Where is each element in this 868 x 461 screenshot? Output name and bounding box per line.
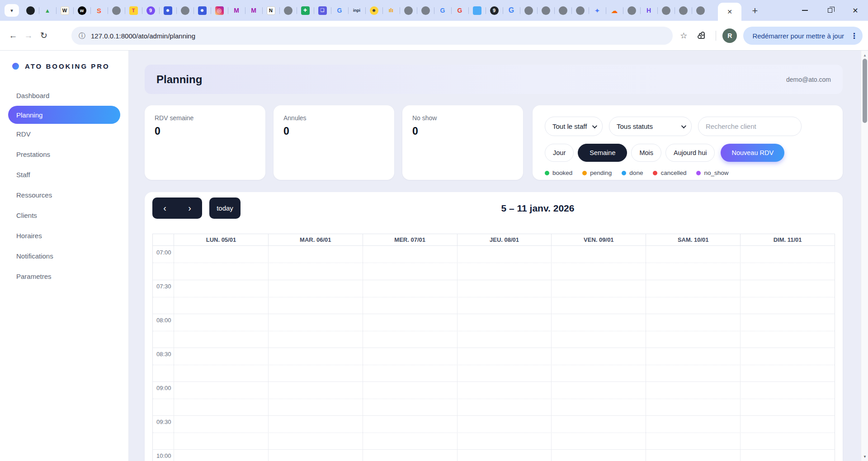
sidebar-item-dashboard[interactable]: Dashboard bbox=[0, 85, 128, 106]
pinned-tab[interactable]: ✚ bbox=[297, 0, 314, 21]
pinned-tab[interactable]: ▲ bbox=[39, 0, 56, 21]
sidebar-item-parametres[interactable]: Parametres bbox=[0, 266, 128, 287]
pinned-tab[interactable]: ☻ bbox=[193, 0, 211, 21]
stat-card: RDV semaine 0 bbox=[145, 105, 265, 180]
pinned-tab[interactable]: M bbox=[245, 0, 262, 21]
sidebar-item-rdv[interactable]: RDV bbox=[0, 124, 128, 144]
day-column[interactable] bbox=[646, 246, 740, 461]
pinned-tab[interactable]: w bbox=[73, 0, 90, 21]
pinned-tab[interactable] bbox=[675, 0, 692, 21]
pinned-tab[interactable] bbox=[537, 0, 554, 21]
pinned-tab[interactable]: ılı bbox=[382, 0, 400, 21]
bookmark-star-icon[interactable]: ☆ bbox=[680, 31, 687, 41]
close-icon[interactable]: ✕ bbox=[727, 8, 732, 15]
status-select[interactable]: Tous statuts bbox=[609, 117, 692, 136]
tab-search-button[interactable]: ▾ bbox=[5, 4, 19, 17]
day-column[interactable] bbox=[457, 246, 552, 461]
pinned-tab[interactable]: ☁ bbox=[606, 0, 623, 21]
pinned-tab[interactable] bbox=[468, 0, 486, 21]
pinned-tab[interactable]: ✦ bbox=[589, 0, 606, 21]
day-column[interactable] bbox=[268, 246, 363, 461]
pinned-tab[interactable]: M bbox=[228, 0, 245, 21]
pinned-tab[interactable] bbox=[22, 0, 39, 21]
legend-label: cancelled bbox=[660, 169, 686, 176]
address-bar[interactable]: ⓘ 127.0.0.1:8000/ato/admin/planning bbox=[71, 27, 673, 45]
sidebar-item-prestations[interactable]: Prestations bbox=[0, 144, 128, 165]
update-browser-button[interactable]: Redémarrer pour mettre à jour ⋮ bbox=[743, 27, 863, 45]
calendar-grid: LUN. 05/01MAR. 06/01MER. 07/01JEU. 08/01… bbox=[152, 234, 835, 461]
calendar-title: 5 – 11 janv. 2026 bbox=[241, 203, 835, 214]
maximize-button[interactable] bbox=[817, 0, 843, 21]
pinned-tab[interactable] bbox=[520, 0, 537, 21]
indigo-app-tab-icon: ❏ bbox=[318, 6, 327, 15]
pinned-tab[interactable] bbox=[176, 0, 193, 21]
google-drive-tab-icon: ▲ bbox=[45, 8, 51, 14]
google-g-tab-icon: G bbox=[458, 7, 462, 14]
pinned-tab[interactable]: ◎ bbox=[211, 0, 228, 21]
site-info-icon[interactable]: ⓘ bbox=[79, 32, 85, 40]
minimize-button[interactable] bbox=[792, 0, 817, 21]
aujourd-hui-button[interactable]: Aujourd hui bbox=[665, 144, 715, 162]
scrollbar[interactable]: ▲ ▼ bbox=[861, 51, 868, 461]
day-column[interactable] bbox=[740, 246, 835, 461]
today-button[interactable]: today bbox=[209, 198, 241, 219]
profile-avatar[interactable]: R bbox=[722, 28, 737, 43]
legend-item: no_show bbox=[696, 169, 728, 176]
w-dark-tab-icon: w bbox=[78, 6, 86, 15]
reload-button[interactable]: ↻ bbox=[36, 30, 52, 41]
pinned-tab[interactable] bbox=[657, 0, 675, 21]
sidebar-item-planning[interactable]: Planning bbox=[8, 106, 120, 124]
prev-week-button[interactable]: ‹ bbox=[152, 198, 177, 219]
day-column[interactable] bbox=[174, 246, 268, 461]
pinned-tab[interactable]: ❏ bbox=[314, 0, 331, 21]
pinned-tab[interactable]: 9 bbox=[486, 0, 503, 21]
pinned-tab[interactable]: N bbox=[262, 0, 279, 21]
forward-button[interactable]: → bbox=[21, 31, 36, 41]
pinned-tab[interactable]: G bbox=[503, 0, 520, 21]
pinned-tab[interactable]: G bbox=[451, 0, 468, 21]
close-window-button[interactable]: ✕ bbox=[843, 0, 868, 21]
sidebar-item-staff[interactable]: Staff bbox=[0, 165, 128, 185]
semaine-button[interactable]: Semaine bbox=[578, 144, 627, 162]
extensions-icon[interactable] bbox=[699, 33, 705, 39]
jour-button[interactable]: Jour bbox=[545, 144, 574, 162]
pinned-tab[interactable]: T bbox=[125, 0, 142, 21]
mois-button[interactable]: Mois bbox=[631, 144, 661, 162]
pinned-tab[interactable] bbox=[554, 0, 571, 21]
pinned-tab[interactable] bbox=[279, 0, 297, 21]
sidebar-item-horaires[interactable]: Horaires bbox=[0, 226, 128, 246]
client-search-input[interactable] bbox=[698, 117, 802, 136]
pinned-tab[interactable]: W bbox=[56, 0, 73, 21]
pinned-tab[interactable]: H bbox=[640, 0, 657, 21]
pinned-tab[interactable] bbox=[417, 0, 434, 21]
url-text[interactable]: 127.0.0.1:8000/ato/admin/planning bbox=[91, 32, 195, 40]
scroll-up-icon[interactable]: ▲ bbox=[861, 52, 868, 59]
sidebar-item-ressources[interactable]: Ressources bbox=[0, 185, 128, 205]
menu-dots-icon[interactable]: ⋮ bbox=[850, 31, 858, 41]
scrollbar-thumb[interactable] bbox=[863, 59, 867, 123]
scroll-down-icon[interactable]: ▼ bbox=[861, 453, 868, 460]
new-tab-button[interactable]: + bbox=[748, 4, 762, 18]
pinned-tab[interactable] bbox=[400, 0, 417, 21]
pinned-tab[interactable]: G bbox=[331, 0, 348, 21]
globe-tab-icon bbox=[696, 6, 705, 15]
pinned-tab[interactable] bbox=[108, 0, 125, 21]
pinned-tab[interactable]: S bbox=[90, 0, 108, 21]
pinned-tab[interactable]: ☻ bbox=[159, 0, 176, 21]
pinned-tab[interactable]: ☻ bbox=[365, 0, 382, 21]
pinned-tab[interactable] bbox=[623, 0, 640, 21]
pinned-tab[interactable]: inpi bbox=[348, 0, 365, 21]
pinned-tab[interactable] bbox=[692, 0, 709, 21]
sidebar-item-clients[interactable]: Clients bbox=[0, 205, 128, 226]
nouveau-rdv-button[interactable]: Nouveau RDV bbox=[721, 144, 784, 162]
active-tab[interactable]: ✕ bbox=[718, 3, 741, 21]
next-week-button[interactable]: › bbox=[177, 198, 202, 219]
pinned-tab[interactable] bbox=[571, 0, 589, 21]
staff-select[interactable]: Tout le staff bbox=[545, 117, 603, 136]
back-button[interactable]: ← bbox=[5, 31, 21, 41]
day-column[interactable] bbox=[363, 246, 457, 461]
pinned-tab[interactable]: G bbox=[434, 0, 451, 21]
pinned-tab[interactable]: 9 bbox=[142, 0, 159, 21]
day-column[interactable] bbox=[551, 246, 646, 461]
sidebar-item-notifications[interactable]: Notifications bbox=[0, 246, 128, 266]
